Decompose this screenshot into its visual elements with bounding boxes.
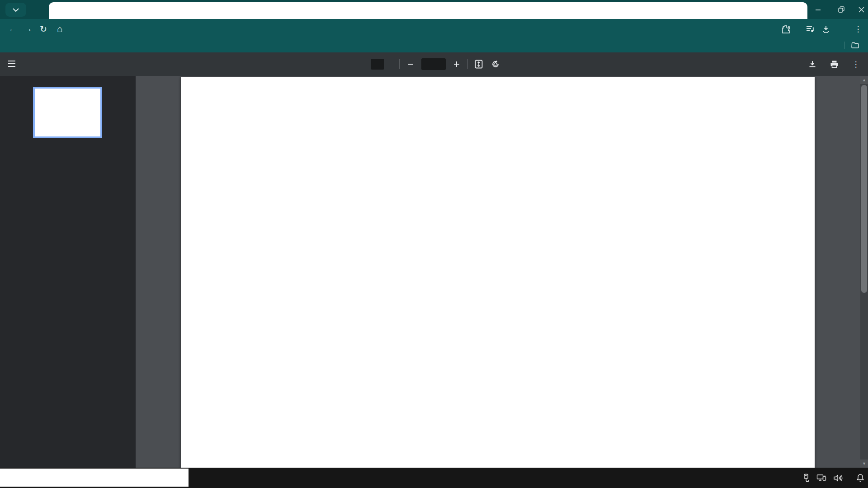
tab-search-chevron-button[interactable] xyxy=(5,3,26,17)
usb-icon[interactable] xyxy=(802,474,810,483)
pdf-print-button[interactable] xyxy=(828,58,840,70)
pdf-page-input[interactable] xyxy=(371,59,384,70)
minus-icon xyxy=(407,61,414,67)
pdf-content-area: ▲ ▼ xyxy=(0,76,868,468)
network-icon[interactable] xyxy=(816,474,826,482)
plus-icon xyxy=(453,61,460,67)
bookmarks-bar-right xyxy=(833,38,868,52)
minimize-icon xyxy=(815,7,821,13)
pdf-download-button[interactable] xyxy=(807,58,818,70)
tab-strip xyxy=(0,0,868,19)
pcb-layout-drawing xyxy=(233,178,769,418)
window-restore-button[interactable] xyxy=(834,3,849,16)
system-tray xyxy=(802,468,864,488)
pdf-toolbar: ⋮ xyxy=(0,52,868,76)
page-thumbnail[interactable] xyxy=(33,87,102,138)
pdf-toolbar-separator xyxy=(467,59,468,69)
folder-icon xyxy=(851,42,859,48)
print-icon xyxy=(830,60,839,68)
vertical-scrollbar[interactable]: ▲ ▼ xyxy=(860,76,868,468)
pdf-zoom-out-button[interactable] xyxy=(405,58,416,70)
pdf-zoom-level[interactable] xyxy=(421,58,446,70)
hamburger-icon xyxy=(7,59,16,68)
pdf-thumbnail-sidebar xyxy=(0,76,136,468)
downloads-button[interactable] xyxy=(820,23,832,35)
active-tab[interactable] xyxy=(49,2,807,19)
taskbar xyxy=(0,468,868,488)
restore-icon xyxy=(838,6,844,13)
reload-button[interactable]: ↻ xyxy=(37,23,50,35)
bookmarks-separator xyxy=(844,42,844,49)
pdf-more-button[interactable]: ⋮ xyxy=(850,58,862,70)
thumbnail-image xyxy=(35,89,100,136)
pdf-toolbar-separator xyxy=(399,59,400,69)
forward-button[interactable]: → xyxy=(22,23,34,35)
pdf-rotate-button[interactable] xyxy=(490,58,501,70)
pdf-page xyxy=(181,77,815,468)
all-bookmarks-button[interactable] xyxy=(851,42,862,48)
notifications-bell-icon[interactable] xyxy=(856,474,864,482)
fit-page-icon xyxy=(475,60,483,69)
back-button[interactable]: ← xyxy=(6,23,19,35)
back-icon: ← xyxy=(9,24,17,34)
scroll-up-arrow[interactable]: ▲ xyxy=(860,76,868,84)
kebab-menu-icon: ⋮ xyxy=(852,60,860,69)
puzzle-icon xyxy=(782,25,790,33)
window-close-button[interactable] xyxy=(854,3,868,16)
browser-menu-button[interactable]: ⋮ xyxy=(852,23,864,35)
taskbar-app-window[interactable] xyxy=(0,469,189,487)
rotate-icon xyxy=(491,60,500,69)
home-icon: ⌂ xyxy=(57,23,63,34)
scroll-down-arrow[interactable]: ▼ xyxy=(860,460,868,468)
pdf-fit-page-button[interactable] xyxy=(473,58,485,70)
download-icon xyxy=(822,25,830,33)
show-desktop-button[interactable] xyxy=(866,468,868,488)
pdf-menu-button[interactable] xyxy=(7,59,16,68)
download-icon xyxy=(808,60,816,68)
pdf-viewer: ▲ ▼ xyxy=(136,76,868,468)
chevron-down-icon xyxy=(13,8,19,12)
pdf-zoom-in-button[interactable] xyxy=(451,58,462,70)
window-minimize-button[interactable] xyxy=(810,3,826,16)
close-icon xyxy=(859,7,864,13)
bookmarks-bar xyxy=(0,38,868,52)
home-button[interactable]: ⌂ xyxy=(53,23,66,35)
reload-icon: ↻ xyxy=(40,24,47,34)
media-controls-button[interactable] xyxy=(804,23,816,35)
kebab-menu-icon: ⋮ xyxy=(854,24,862,34)
extensions-button[interactable] xyxy=(779,23,792,35)
playlist-music-icon xyxy=(806,25,815,33)
speaker-icon[interactable] xyxy=(833,474,843,482)
scrollbar-thumb[interactable] xyxy=(861,85,867,293)
forward-icon: → xyxy=(24,24,33,34)
browser-toolbar: ← → ↻ ⌂ i ☆ ⋮ xyxy=(0,19,868,38)
